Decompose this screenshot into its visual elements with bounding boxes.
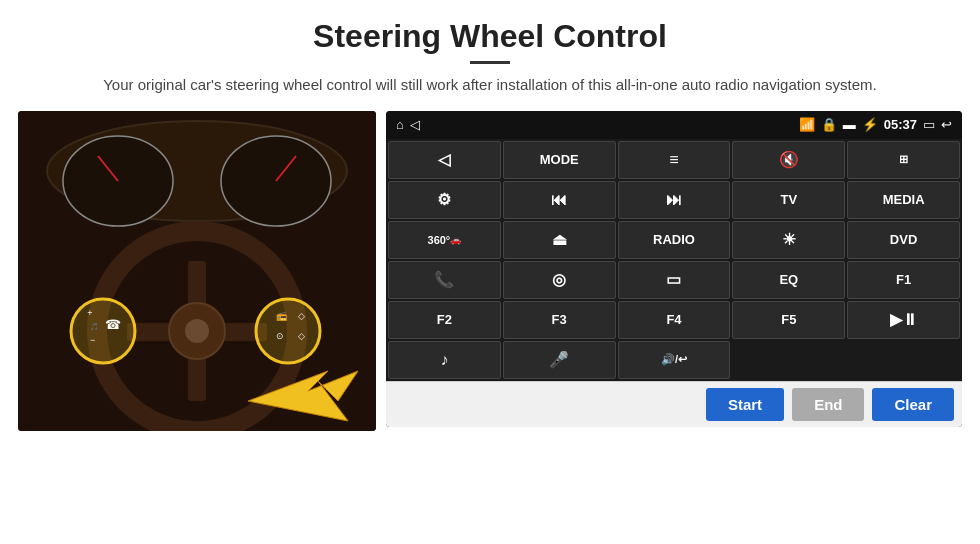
btn-f4[interactable]: F4 <box>618 301 731 339</box>
svg-point-14 <box>256 299 320 363</box>
head-unit-panel: ⌂ ◁ 📶 🔒 ▬ ⚡ 05:37 ▭ ↩ ◁ MODE ≡ 🔇 ⊞ ⚙ ⏮ <box>386 111 962 427</box>
svg-text:+: + <box>87 308 92 318</box>
clear-button[interactable]: Clear <box>872 388 954 421</box>
btn-prev[interactable]: ⏮ <box>503 181 616 219</box>
bluetooth-icon: ⚡ <box>862 117 878 132</box>
btn-mic[interactable]: 🎤 <box>503 341 616 379</box>
status-bar-right: 📶 🔒 ▬ ⚡ 05:37 ▭ ↩ <box>799 117 952 132</box>
btn-menu[interactable]: ≡ <box>618 141 731 179</box>
btn-tv[interactable]: TV <box>732 181 845 219</box>
btn-navigate[interactable]: ◁ <box>388 141 501 179</box>
btn-play-pause[interactable]: ▶⏸ <box>847 301 960 339</box>
steering-wheel-image: + 🎵 − ☎ 📻 ◇ ⊙ ◇ <box>18 111 376 431</box>
btn-eq[interactable]: EQ <box>732 261 845 299</box>
btn-next[interactable]: ⏭ <box>618 181 731 219</box>
btn-eject[interactable]: ⏏ <box>503 221 616 259</box>
svg-text:🎵: 🎵 <box>90 322 99 331</box>
svg-text:☎: ☎ <box>105 317 121 332</box>
btn-apps[interactable]: ⊞ <box>847 141 960 179</box>
btn-f5[interactable]: F5 <box>732 301 845 339</box>
btn-mute[interactable]: 🔇 <box>732 141 845 179</box>
svg-text:⊙: ⊙ <box>276 331 284 341</box>
btn-f1[interactable]: F1 <box>847 261 960 299</box>
svg-text:◇: ◇ <box>298 331 305 341</box>
svg-text:📻: 📻 <box>276 310 288 322</box>
btn-360[interactable]: 360°🚗 <box>388 221 501 259</box>
screen-icon: ▭ <box>923 117 935 132</box>
lock-icon: 🔒 <box>821 117 837 132</box>
btn-radio[interactable]: RADIO <box>618 221 731 259</box>
svg-text:−: − <box>90 335 95 345</box>
page-subtitle: Your original car's steering wheel contr… <box>0 74 980 97</box>
btn-f3[interactable]: F3 <box>503 301 616 339</box>
end-button[interactable]: End <box>792 388 864 421</box>
svg-text:◇: ◇ <box>298 311 305 321</box>
btn-f2[interactable]: F2 <box>388 301 501 339</box>
btn-phone[interactable]: 📞 <box>388 261 501 299</box>
wifi-icon: 📶 <box>799 117 815 132</box>
home-icon[interactable]: ⌂ <box>396 117 404 132</box>
svg-point-13 <box>71 299 135 363</box>
back-icon[interactable]: ↩ <box>941 117 952 132</box>
status-bar: ⌂ ◁ 📶 🔒 ▬ ⚡ 05:37 ▭ ↩ <box>386 111 962 139</box>
btn-vol-back[interactable]: 🔊/↩ <box>618 341 731 379</box>
start-button[interactable]: Start <box>706 388 784 421</box>
btn-media[interactable]: MEDIA <box>847 181 960 219</box>
bottom-bar: Start End Clear <box>386 381 962 427</box>
content-row: + 🎵 − ☎ 📻 ◇ ⊙ ◇ ⌂ ◁ 📶 🔒 ▬ ⚡ 0 <box>0 111 980 431</box>
btn-nav[interactable]: ◎ <box>503 261 616 299</box>
navigation-icon: ◁ <box>410 117 420 132</box>
page-title: Steering Wheel Control <box>0 0 980 55</box>
btn-screen[interactable]: ▭ <box>618 261 731 299</box>
sim-icon: ▬ <box>843 117 856 132</box>
button-grid: ◁ MODE ≡ 🔇 ⊞ ⚙ ⏮ ⏭ TV MEDIA 360°🚗 ⏏ RADI… <box>386 139 962 381</box>
svg-point-12 <box>185 319 209 343</box>
btn-brightness[interactable]: ☀ <box>732 221 845 259</box>
btn-music[interactable]: ♪ <box>388 341 501 379</box>
status-bar-left: ⌂ ◁ <box>396 117 420 132</box>
btn-dvd[interactable]: DVD <box>847 221 960 259</box>
btn-settings[interactable]: ⚙ <box>388 181 501 219</box>
status-time: 05:37 <box>884 117 917 132</box>
btn-mode[interactable]: MODE <box>503 141 616 179</box>
title-divider <box>470 61 510 64</box>
